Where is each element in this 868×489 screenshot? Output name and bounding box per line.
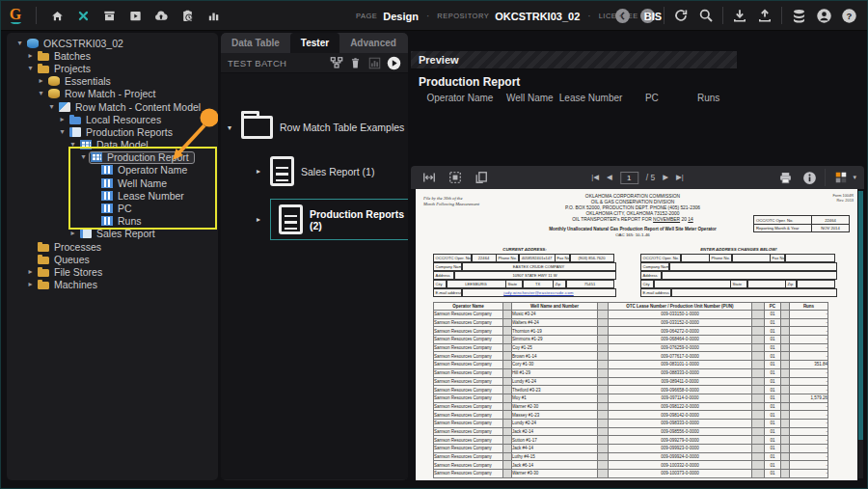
expander-icon[interactable]: ▸ bbox=[254, 215, 263, 224]
tree-item-file-stores[interactable]: ▸File Stores bbox=[7, 265, 218, 278]
scrollbar-thumb[interactable] bbox=[858, 191, 863, 440]
table-gap bbox=[752, 318, 765, 327]
upload-icon[interactable] bbox=[756, 7, 773, 24]
home-icon[interactable] bbox=[48, 7, 66, 24]
tree-item-label: Essentials bbox=[65, 75, 111, 87]
expander-icon[interactable]: ▸ bbox=[25, 268, 36, 276]
view-options-icon[interactable] bbox=[832, 169, 850, 186]
info-icon[interactable] bbox=[800, 169, 818, 186]
table-cell: Samson Resources Company bbox=[434, 361, 503, 369]
tree-item-lease-number[interactable]: Lease Number bbox=[7, 189, 218, 202]
tree-item-production-reports[interactable]: ▾Production Reports bbox=[7, 125, 218, 138]
page-value[interactable]: Design bbox=[383, 11, 419, 22]
tab-data-table[interactable]: Data Table bbox=[221, 33, 290, 53]
licensee-label: LICENSEE bbox=[599, 12, 638, 20]
tree-item-machines[interactable]: ▸Machines bbox=[7, 279, 218, 291]
chart-icon[interactable] bbox=[367, 56, 382, 70]
batch-item-production-reports-2[interactable]: ▸Production Reports (2) bbox=[254, 199, 408, 240]
table-row: Samson Resources CompanyLuthy #4-15009-0… bbox=[434, 452, 828, 461]
expander-icon[interactable]: ▾ bbox=[14, 40, 25, 47]
viewer-scrollbar[interactable] bbox=[858, 191, 863, 478]
tree-item-okcstrki03-02[interactable]: ▾OKCSTRKI03_02 bbox=[7, 37, 218, 49]
import-icon[interactable] bbox=[152, 7, 170, 24]
table-cell: - bbox=[790, 452, 828, 461]
table-row: Samson Resources CompanyHill #1-29009-08… bbox=[434, 368, 828, 377]
first-page-icon[interactable]: |◀ bbox=[591, 174, 599, 181]
search-icon[interactable] bbox=[697, 7, 715, 24]
tree-item-projects[interactable]: ▾Projects bbox=[7, 62, 218, 74]
expander-icon[interactable]: ▾ bbox=[36, 90, 46, 97]
delete-icon[interactable] bbox=[348, 56, 363, 70]
table-cell: - bbox=[790, 427, 828, 436]
print-icon[interactable] bbox=[776, 169, 794, 186]
divider bbox=[664, 7, 665, 24]
last-page-icon[interactable]: ▶| bbox=[676, 174, 684, 181]
tab-advanced[interactable]: Advanced bbox=[339, 33, 407, 53]
expander-icon[interactable]: ▾ bbox=[225, 123, 234, 132]
table-cell: - bbox=[790, 311, 828, 319]
page-number-input[interactable]: 1 bbox=[620, 172, 638, 184]
batches-icon[interactable] bbox=[100, 7, 118, 24]
tree-item-row-match-content-model[interactable]: ▾Row Match - Content Model bbox=[7, 100, 218, 113]
pages-icon[interactable] bbox=[473, 169, 490, 186]
tree-item-local-resources[interactable]: ▸Local Resources bbox=[7, 113, 218, 125]
tree-item-operator-name[interactable]: Operator Name bbox=[7, 164, 218, 177]
expander-icon[interactable]: ▸ bbox=[25, 52, 36, 60]
tree-item-runs[interactable]: Runs bbox=[7, 215, 218, 228]
expander-icon[interactable]: ▸ bbox=[57, 116, 68, 123]
tree-item-data-model[interactable]: ▾Data Model bbox=[7, 139, 218, 151]
expander-icon[interactable]: ▾ bbox=[57, 128, 68, 136]
tree-item-row-match-project[interactable]: ▾Row Match - Project bbox=[7, 88, 218, 100]
next-page-icon[interactable]: ▶ bbox=[663, 174, 668, 181]
repository-value[interactable]: OKCSTRKI03_02 bbox=[495, 11, 580, 22]
fit-width-icon[interactable] bbox=[420, 169, 438, 186]
expander-icon[interactable]: ▾ bbox=[46, 103, 57, 111]
page-navigation: |◀ ◀ 1 / 5 ▶ ▶| bbox=[591, 166, 683, 189]
expander-icon[interactable]: ▸ bbox=[36, 77, 46, 85]
table-cell: 01 bbox=[765, 361, 781, 369]
tools-icon[interactable] bbox=[74, 7, 92, 24]
expander-icon[interactable]: ▾ bbox=[68, 141, 78, 149]
account-icon[interactable] bbox=[815, 7, 832, 24]
chevron-down-icon[interactable]: ▾ bbox=[853, 174, 856, 181]
table-gap bbox=[598, 386, 609, 394]
batch-item-row-match-table-examples[interactable]: ▾Row Match Table Examples bbox=[225, 116, 404, 139]
tree-item-essentials[interactable]: ▸Essentials bbox=[7, 75, 218, 88]
table-gap bbox=[781, 419, 790, 427]
tree-item-sales-report[interactable]: ▸Sales Report bbox=[7, 228, 218, 240]
help-icon[interactable]: ? bbox=[840, 7, 857, 24]
download-icon[interactable] bbox=[731, 7, 748, 24]
tree-item-well-name[interactable]: Well Name bbox=[7, 177, 218, 189]
data-column-icon bbox=[101, 178, 113, 188]
tree-item-processes[interactable]: Processes bbox=[7, 240, 218, 253]
run-icon[interactable] bbox=[387, 56, 401, 70]
document-page[interactable]: File by the 30th of the Month Following … bbox=[416, 189, 857, 480]
tab-tester[interactable]: Tester bbox=[290, 33, 339, 53]
table-gap bbox=[598, 377, 609, 386]
tree-item-pc[interactable]: PC bbox=[7, 202, 218, 214]
refresh-icon[interactable] bbox=[672, 7, 690, 24]
connections-icon[interactable] bbox=[790, 7, 807, 24]
table-row: Samson Resources CompanySutton #1-17009-… bbox=[434, 436, 828, 445]
expander-icon[interactable]: ▸ bbox=[254, 167, 263, 176]
batch-item-sales-report-1[interactable]: ▸Sales Report (1) bbox=[254, 156, 374, 186]
tree-item-production-report[interactable]: ▾Production Report bbox=[7, 151, 218, 164]
tree-item-queues[interactable]: Queues bbox=[7, 253, 218, 265]
tree-item-batches[interactable]: ▸Batches bbox=[7, 49, 218, 62]
hierarchy-icon[interactable] bbox=[329, 56, 343, 70]
expander-icon[interactable]: ▾ bbox=[25, 65, 36, 72]
expander-icon[interactable]: ▾ bbox=[78, 153, 89, 161]
stats-icon[interactable] bbox=[204, 7, 222, 24]
table-gap bbox=[503, 361, 512, 369]
prev-page-icon[interactable]: ◀ bbox=[607, 174, 612, 181]
table-gap bbox=[503, 419, 512, 427]
jobs-icon[interactable] bbox=[178, 7, 196, 24]
snippet-icon[interactable] bbox=[447, 169, 464, 186]
table-gap bbox=[781, 461, 790, 470]
expander-icon[interactable]: ▸ bbox=[25, 281, 36, 288]
table-cell: Walters #4-24 bbox=[512, 318, 598, 327]
review-icon[interactable] bbox=[126, 7, 144, 24]
expander-icon[interactable]: ▸ bbox=[68, 230, 78, 237]
table-cell: Cory #1-30 bbox=[512, 361, 598, 369]
grooper-logo[interactable]: G bbox=[1, 7, 30, 24]
